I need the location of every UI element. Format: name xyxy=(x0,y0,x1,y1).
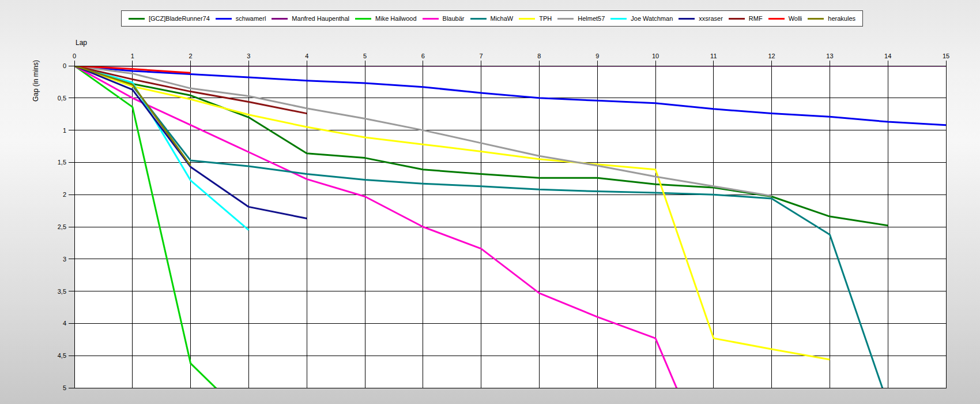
x-tick-label: 2 xyxy=(189,53,193,59)
legend-swatch-icon xyxy=(808,18,824,20)
x-tick-label: 0 xyxy=(73,53,76,59)
legend-label: schwamerl xyxy=(236,16,266,22)
legend-swatch-icon xyxy=(129,18,145,20)
legend-label: [GCZ]BladeRunner74 xyxy=(149,16,210,22)
y-tick-label: 2,5 xyxy=(58,223,66,230)
y-axis-title: Gap (in mins) xyxy=(32,60,40,102)
x-axis-title: Lap xyxy=(76,39,87,47)
x-tick-label: 4 xyxy=(305,53,308,59)
chart-canvas: 012345678910111213141500,511,522,533,544… xyxy=(0,0,980,404)
legend-item: [GCZ]BladeRunner74 xyxy=(129,16,210,22)
y-tick-label: 0,5 xyxy=(58,95,66,102)
y-tick-label: 1 xyxy=(63,127,66,134)
legend-item: Wolli xyxy=(768,16,802,22)
legend-item: schwamerl xyxy=(216,16,266,22)
x-tick-label: 6 xyxy=(421,53,425,59)
legend-label: Manfred Haupenthal xyxy=(292,16,349,22)
x-tick-label: 15 xyxy=(943,53,949,59)
legend-item: Manfred Haupenthal xyxy=(272,16,349,22)
y-tick-label: 0 xyxy=(63,62,66,69)
legend-swatch-icon xyxy=(216,18,232,20)
legend-swatch-icon xyxy=(470,18,487,20)
y-tick-label: 4,5 xyxy=(58,352,66,359)
x-tick-label: 1 xyxy=(131,53,134,59)
legend-swatch-icon xyxy=(272,18,288,20)
legend-swatch-icon xyxy=(768,18,785,20)
legend-item: MichaW xyxy=(470,16,514,22)
y-tick-label: 1,5 xyxy=(58,159,66,166)
legend-item: xxsraser xyxy=(679,16,723,22)
legend-label: Wolli xyxy=(789,16,802,22)
legend-label: Joe Watchman xyxy=(631,16,673,22)
legend-swatch-icon xyxy=(610,18,627,20)
y-tick-label: 4 xyxy=(63,320,66,327)
legend-label: RMF xyxy=(749,16,763,22)
y-tick-label: 2 xyxy=(63,191,66,198)
legend-label: Blaubär xyxy=(443,16,465,22)
x-tick-label: 9 xyxy=(595,53,599,59)
legend-label: Helmet57 xyxy=(578,16,605,22)
legend-item: Mike Hailwood xyxy=(355,16,417,22)
x-tick-label: 12 xyxy=(768,53,775,59)
legend-swatch-icon xyxy=(557,18,574,20)
x-tick-label: 11 xyxy=(710,53,717,59)
legend-label: herakules xyxy=(828,16,855,22)
x-tick-label: 3 xyxy=(247,53,250,59)
legend-item: TPH xyxy=(519,16,552,22)
y-tick-label: 5 xyxy=(63,384,66,391)
legend-swatch-icon xyxy=(679,18,695,20)
legend-item: Joe Watchman xyxy=(610,16,673,22)
chart-legend: [GCZ]BladeRunner74schwamerlManfred Haupe… xyxy=(121,10,863,27)
x-tick-label: 13 xyxy=(826,53,833,59)
legend-label: MichaW xyxy=(491,16,514,22)
x-tick-label: 10 xyxy=(652,53,659,59)
legend-label: TPH xyxy=(539,16,552,22)
legend-swatch-icon xyxy=(355,18,371,20)
y-tick-label: 3,5 xyxy=(58,288,66,295)
legend-item: Blaubär xyxy=(423,16,465,22)
x-tick-label: 5 xyxy=(363,53,367,59)
legend-item: RMF xyxy=(729,16,763,22)
legend-swatch-icon xyxy=(519,18,535,20)
legend-label: xxsraser xyxy=(699,16,723,22)
legend-label: Mike Hailwood xyxy=(375,16,417,22)
x-tick-label: 14 xyxy=(884,53,891,59)
x-tick-label: 8 xyxy=(537,53,541,59)
legend-item: herakules xyxy=(808,16,855,22)
legend-item: Helmet57 xyxy=(557,16,605,22)
y-tick-label: 3 xyxy=(63,256,66,263)
x-tick-label: 7 xyxy=(480,53,483,59)
legend-swatch-icon xyxy=(423,18,439,20)
legend-swatch-icon xyxy=(729,18,745,20)
